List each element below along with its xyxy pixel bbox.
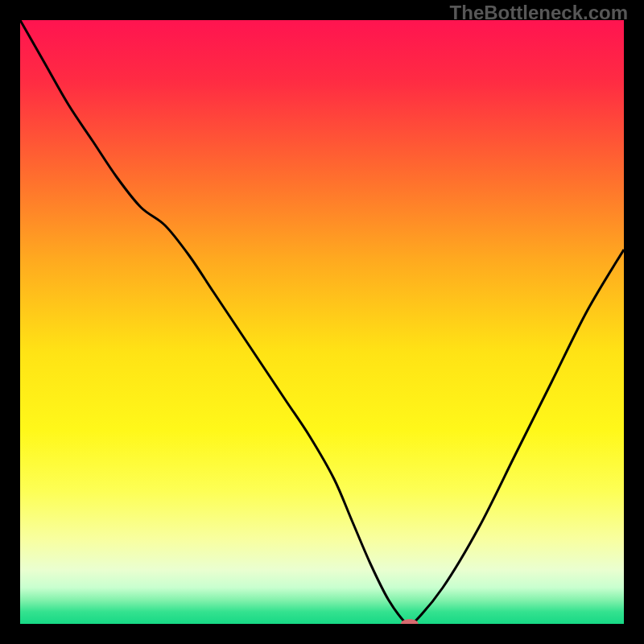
gradient-background (20, 20, 624, 624)
chart-svg (20, 20, 624, 624)
chart-frame: TheBottleneck.com (0, 0, 644, 644)
plot-area (20, 20, 624, 624)
